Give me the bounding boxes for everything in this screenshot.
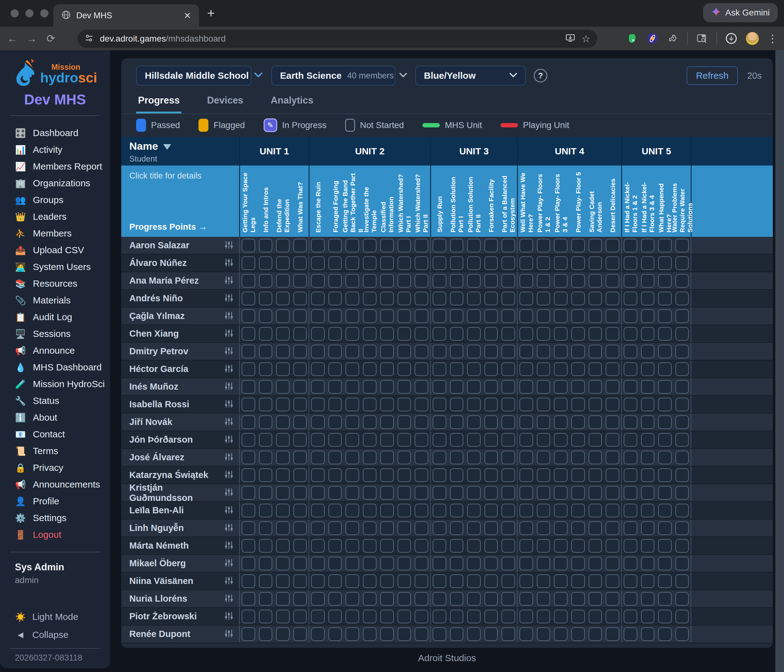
mission-title[interactable]: Which Watershed? Part I <box>396 169 413 233</box>
mission-title[interactable]: Info and Intros <box>257 187 274 233</box>
mission-title[interactable]: If I Had a Nickel- Floors 3 & 4 <box>639 169 656 233</box>
sidebar-item-members[interactable]: ⛹️Members <box>0 225 110 242</box>
student-settings-sliders-icon[interactable] <box>225 505 233 516</box>
mission-title[interactable]: Classified Information <box>379 169 396 233</box>
sidebar-item-activity[interactable]: 📊Activity <box>0 141 110 158</box>
student-settings-sliders-icon[interactable] <box>225 276 233 286</box>
light-mode-toggle[interactable]: ☀️ Light Mode <box>0 608 110 626</box>
tab-search-icon[interactable] <box>696 32 708 45</box>
student-settings-sliders-icon[interactable] <box>225 382 233 392</box>
sidebar-item-groups[interactable]: 👥Groups <box>0 192 110 208</box>
tab-close-icon[interactable]: ✕ <box>184 11 191 21</box>
student-settings-sliders-icon[interactable] <box>225 311 233 321</box>
student-name-cell[interactable]: Niina Väisänen <box>121 573 239 590</box>
sidebar-item-leaders[interactable]: 👑Leaders <box>0 208 110 225</box>
tab-devices[interactable]: Devices <box>205 95 245 113</box>
mission-title[interactable]: Pollution Solution Part II <box>465 169 482 233</box>
window-minimize-button[interactable] <box>25 9 34 17</box>
student-name-cell[interactable]: Mikael Öberg <box>121 555 239 572</box>
sidebar-item-terms[interactable]: 📜Terms <box>0 442 110 459</box>
sidebar-item-announce[interactable]: 📢Announce <box>0 342 110 359</box>
sidebar-item-sessions[interactable]: 🖥️Sessions <box>0 326 110 342</box>
student-settings-sliders-icon[interactable] <box>225 364 233 374</box>
student-settings-sliders-icon[interactable] <box>225 258 233 268</box>
student-name-cell[interactable]: Çağla Yılmaz <box>121 307 239 324</box>
collapse-button[interactable]: ◀ Collapse <box>0 626 110 644</box>
student-name-cell[interactable]: Kristján Guðmundsson <box>121 484 239 501</box>
sort-descending-icon[interactable] <box>163 144 171 150</box>
student-settings-sliders-icon[interactable] <box>225 470 233 480</box>
sidebar-item-status[interactable]: 🔧Status <box>0 393 110 409</box>
student-settings-sliders-icon[interactable] <box>225 240 233 251</box>
mission-title[interactable]: Getting the Band Back Together Part II <box>344 169 361 233</box>
student-name-cell[interactable]: Álvaro Núñez <box>121 255 239 272</box>
evernote-extension-icon[interactable] <box>626 32 638 45</box>
new-tab-button[interactable]: + <box>207 7 215 20</box>
student-name-cell[interactable]: Leïla Ben-Ali <box>121 502 239 519</box>
student-name-cell[interactable]: Ana María Pérez <box>121 272 239 289</box>
student-settings-sliders-icon[interactable] <box>225 399 233 410</box>
mission-title[interactable]: Power Play- Floors 1 & 2 <box>535 169 553 233</box>
sidebar-item-resources[interactable]: 📚Resources <box>0 275 110 292</box>
student-name-cell[interactable]: Nuria Lloréns <box>121 590 239 607</box>
forward-icon[interactable]: → <box>25 33 39 45</box>
sidebar-item-upload-csv[interactable]: 📤Upload CSV <box>0 242 110 259</box>
student-settings-sliders-icon[interactable] <box>225 329 233 339</box>
mission-title[interactable]: Defend the Expedition <box>274 169 291 233</box>
student-name-cell[interactable]: Inés Muñoz <box>121 378 239 395</box>
student-settings-sliders-icon[interactable] <box>225 594 233 604</box>
student-name-cell[interactable]: Chen Xiang <box>121 325 239 342</box>
sidebar-item-audit-log[interactable]: 📋Audit Log <box>0 309 110 326</box>
mission-title[interactable]: Investigate the Temple <box>361 169 379 233</box>
student-settings-sliders-icon[interactable] <box>225 540 233 551</box>
mission-title[interactable]: Pollution Solution Part I <box>448 169 465 233</box>
address-bar[interactable]: dev.adroit.games/mhsdashboard ☆ <box>78 30 597 48</box>
sidebar-item-system-users[interactable]: 🧑‍💻System Users <box>0 259 110 275</box>
school-select[interactable]: Hillsdale Middle School <box>136 66 252 85</box>
student-name-cell[interactable]: José Álvarez <box>121 449 239 466</box>
atom-extension-icon[interactable] <box>646 32 659 45</box>
tab-progress[interactable]: Progress <box>136 95 181 113</box>
student-settings-sliders-icon[interactable] <box>225 417 233 427</box>
class-select[interactable]: Earth Science 40 members <box>271 66 395 85</box>
sidebar-item-mhs-dashboard[interactable]: 💧MHS Dashboard <box>0 359 110 376</box>
profile-avatar[interactable] <box>745 32 759 45</box>
mission-title[interactable]: What Was That? <box>291 182 309 233</box>
student-settings-sliders-icon[interactable] <box>225 293 233 304</box>
mission-title[interactable]: Which Watershed? Part II <box>413 169 431 233</box>
tab-analytics[interactable]: Analytics <box>269 95 316 113</box>
student-settings-sliders-icon[interactable] <box>225 487 233 498</box>
team-select[interactable]: Blue/Yellow <box>415 66 526 85</box>
sidebar-item-settings[interactable]: ⚙️Settings <box>0 510 110 526</box>
mission-title[interactable]: Forsaken Facility <box>482 179 499 233</box>
mission-title[interactable]: Getting Your Space Legs <box>240 169 257 233</box>
sidebar-item-about[interactable]: ℹ️About <box>0 409 110 426</box>
student-name-cell[interactable]: Márta Németh <box>121 537 239 554</box>
mission-title[interactable]: Power Play- Floor 5 <box>570 172 587 233</box>
browser-tab[interactable]: Dev MHS ✕ <box>53 4 199 26</box>
student-settings-sliders-icon[interactable] <box>225 576 233 587</box>
sidebar-item-privacy[interactable]: 🔒Privacy <box>0 459 110 476</box>
student-name-cell[interactable]: Aaron Salazar <box>121 237 239 254</box>
sidebar-item-members-report[interactable]: 📈Members Report <box>0 158 110 175</box>
mission-title[interactable]: If I Had a Nickel- Floors 1 & 2 <box>622 169 639 233</box>
bookmark-star-icon[interactable]: ☆ <box>582 33 591 45</box>
student-name-cell[interactable]: Linh Nguyễn <box>121 520 239 537</box>
mission-title[interactable]: Supply Run <box>431 196 448 233</box>
student-settings-sliders-icon[interactable] <box>225 435 233 445</box>
student-name-cell[interactable]: Isabella Rossi <box>121 396 239 413</box>
install-icon[interactable] <box>565 34 575 44</box>
help-button[interactable]: ? <box>534 69 548 82</box>
refresh-button[interactable]: Refresh <box>687 66 738 85</box>
mission-title[interactable]: Well What Have We Here? <box>518 169 535 233</box>
back-icon[interactable]: ← <box>6 33 19 45</box>
student-settings-sliders-icon[interactable] <box>225 558 233 569</box>
sidebar-item-announcements[interactable]: 📢Announcements <box>0 476 110 493</box>
sidebar-item-contact[interactable]: 📧Contact <box>0 426 110 442</box>
sidebar-item-logout[interactable]: 🚪Logout <box>0 526 110 543</box>
student-settings-sliders-icon[interactable] <box>225 611 233 622</box>
sidebar-item-profile[interactable]: 👤Profile <box>0 493 110 510</box>
student-name-cell[interactable]: Piotr Żebrowski <box>121 608 239 625</box>
student-name-cell[interactable]: Héctor García <box>121 360 239 377</box>
window-close-button[interactable] <box>11 9 19 17</box>
